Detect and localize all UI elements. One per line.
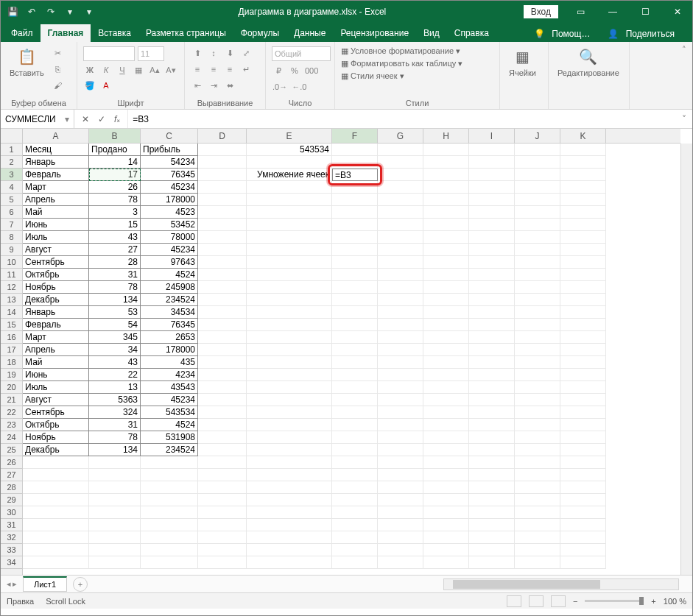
cell[interactable]	[198, 556, 247, 569]
cell[interactable]	[469, 306, 515, 319]
orientation-icon[interactable]: ⤢	[239, 46, 253, 60]
align-middle-icon[interactable]: ↕	[207, 46, 220, 60]
cell[interactable]	[469, 256, 515, 269]
cell[interactable]: 4524	[141, 269, 198, 281]
cell[interactable]	[247, 444, 332, 456]
cell[interactable]	[515, 219, 560, 231]
row-header[interactable]: 34	[1, 556, 22, 569]
cell[interactable]: 3	[89, 206, 141, 219]
formula-input[interactable]	[133, 114, 672, 124]
cell[interactable]	[469, 331, 515, 344]
cell[interactable]	[423, 481, 469, 494]
cell[interactable]	[332, 306, 378, 319]
cell[interactable]	[332, 369, 378, 381]
cell[interactable]: 435	[141, 356, 198, 369]
conditional-format-button[interactable]: ▦ Условное форматирование ▾	[341, 46, 462, 56]
align-left-icon[interactable]: ≡	[191, 63, 204, 76]
cell[interactable]	[515, 531, 560, 544]
underline-button[interactable]: Ч	[116, 63, 129, 77]
cell[interactable]	[198, 531, 247, 544]
cell[interactable]	[560, 306, 606, 319]
cell[interactable]	[469, 269, 515, 281]
cell[interactable]	[332, 281, 378, 294]
cell[interactable]	[378, 556, 423, 569]
cell[interactable]	[560, 319, 606, 331]
cell[interactable]	[423, 231, 469, 244]
cell[interactable]	[515, 519, 560, 531]
maximize-icon[interactable]: ☐	[630, 1, 660, 23]
cell[interactable]	[198, 456, 247, 469]
row-header[interactable]: 13	[1, 294, 22, 306]
tab-page-layout[interactable]: Разметка страницы	[138, 24, 233, 42]
cell[interactable]: 4234	[141, 369, 198, 381]
cell[interactable]	[423, 144, 469, 156]
cell[interactable]	[560, 531, 606, 544]
row-header[interactable]: 32	[1, 531, 22, 544]
cell[interactable]	[469, 431, 515, 444]
cell[interactable]: 78	[89, 431, 141, 444]
cell[interactable]	[378, 394, 423, 406]
cell[interactable]	[515, 356, 560, 369]
grow-font-icon[interactable]: A▴	[148, 63, 161, 77]
cell[interactable]	[378, 331, 423, 344]
cell[interactable]	[423, 369, 469, 381]
cell[interactable]: Сентябрь	[23, 256, 89, 269]
cell[interactable]	[560, 556, 606, 569]
row-header[interactable]: 25	[1, 444, 22, 456]
cell[interactable]	[332, 519, 378, 531]
column-header[interactable]: F	[332, 129, 378, 143]
cell[interactable]: 178000	[141, 194, 198, 206]
cell[interactable]	[141, 506, 198, 519]
cell[interactable]	[378, 206, 423, 219]
cell[interactable]	[23, 456, 89, 469]
cell[interactable]	[469, 169, 515, 181]
cell[interactable]: Апрель	[23, 194, 89, 206]
cell[interactable]: Февраль	[23, 319, 89, 331]
increase-indent-icon[interactable]: ⇥	[207, 79, 220, 92]
cell[interactable]	[560, 456, 606, 469]
cell[interactable]	[23, 544, 89, 556]
cell[interactable]	[423, 219, 469, 231]
cell[interactable]	[469, 406, 515, 419]
cell[interactable]	[247, 244, 332, 256]
cell[interactable]	[247, 494, 332, 506]
camera-icon[interactable]: ▾	[64, 6, 76, 18]
cell[interactable]	[332, 381, 378, 394]
cell[interactable]	[469, 481, 515, 494]
tab-file[interactable]: Файл	[4, 24, 41, 42]
cell[interactable]	[332, 444, 378, 456]
cell[interactable]: 245908	[141, 281, 198, 294]
cell[interactable]	[515, 256, 560, 269]
cell[interactable]	[423, 331, 469, 344]
cell[interactable]	[560, 431, 606, 444]
cell[interactable]	[469, 319, 515, 331]
column-header[interactable]: C	[141, 129, 198, 143]
cell[interactable]	[515, 481, 560, 494]
cell[interactable]	[332, 344, 378, 356]
cell[interactable]	[515, 194, 560, 206]
cell[interactable]	[247, 556, 332, 569]
cell[interactable]	[332, 556, 378, 569]
cell[interactable]	[469, 544, 515, 556]
cell[interactable]	[247, 256, 332, 269]
cell[interactable]	[198, 544, 247, 556]
zoom-out-icon[interactable]: −	[573, 597, 577, 606]
cell[interactable]	[378, 456, 423, 469]
cell[interactable]	[332, 469, 378, 481]
cell[interactable]	[560, 156, 606, 169]
merge-icon[interactable]: ⬌	[223, 79, 236, 92]
row-header[interactable]: 27	[1, 469, 22, 481]
collapse-ribbon-icon[interactable]: ˄	[676, 42, 692, 109]
cell[interactable]	[198, 156, 247, 169]
cell[interactable]	[469, 494, 515, 506]
cell[interactable]	[560, 406, 606, 419]
cell[interactable]	[332, 319, 378, 331]
cell[interactable]	[560, 356, 606, 369]
cell[interactable]	[247, 419, 332, 431]
redo-icon[interactable]: ↷	[45, 6, 57, 18]
cell[interactable]	[560, 394, 606, 406]
cell[interactable]	[378, 244, 423, 256]
cell[interactable]	[247, 356, 332, 369]
cell[interactable]: 2653	[141, 331, 198, 344]
cell[interactable]	[423, 431, 469, 444]
